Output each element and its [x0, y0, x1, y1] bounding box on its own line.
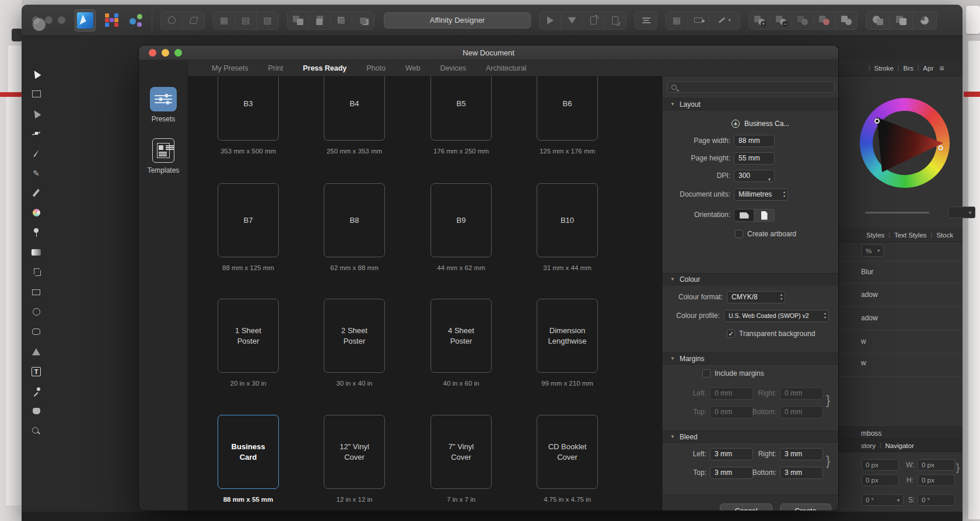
rounded-rectangle-tool[interactable] — [29, 326, 44, 338]
fx-item-inner-shadow[interactable]: adow — [861, 314, 878, 322]
tab-web[interactable]: Web — [396, 60, 430, 76]
rotate-ccw-button[interactable] — [583, 12, 604, 29]
transform-rotation-field[interactable]: 0 ° ▾ — [862, 494, 904, 506]
tab-text-styles[interactable]: Text Styles — [894, 232, 927, 239]
tab-navigator[interactable]: Navigator — [886, 442, 914, 449]
boolean-add-button[interactable]: + — [749, 12, 771, 29]
geometry-overlap-button[interactable] — [890, 12, 913, 29]
colour-slider[interactable] — [865, 212, 929, 214]
margin-right-input[interactable]: 0 mm — [780, 387, 823, 400]
transform-w-field[interactable]: 0 px — [918, 459, 955, 471]
emboss-label[interactable]: mboss — [861, 429, 881, 438]
preset-card-dimension-lengthwise[interactable]: Dimension Lengthwise99 mm x 210 mm — [537, 299, 598, 387]
export-persona-button[interactable] — [127, 12, 145, 29]
preset-card-b7[interactable]: B788 mm x 125 mm — [218, 183, 279, 271]
tab-history[interactable]: story — [861, 442, 876, 449]
boolean-divide-button[interactable] — [814, 12, 835, 29]
ellipse-tool[interactable] — [29, 306, 44, 318]
margin-bottom-input[interactable]: 0 mm — [780, 406, 823, 418]
pixel-persona-button[interactable] — [103, 12, 120, 29]
pen-tool[interactable] — [29, 147, 44, 159]
link-wh-icon[interactable]: } — [956, 461, 960, 474]
zoom-tool[interactable] — [29, 425, 44, 437]
preset-card-7in-vinyl-cover[interactable]: 7" Vinyl Cover7 in x 7 in — [430, 415, 492, 503]
saturation-selector-dot[interactable] — [938, 145, 943, 151]
fill-tool[interactable] — [29, 226, 44, 239]
create-artboard-checkbox[interactable] — [735, 230, 743, 238]
text-tool[interactable]: T — [29, 365, 44, 377]
sidebar-item-presets[interactable]: Presets — [139, 87, 188, 123]
colour-profile-stepper[interactable]: U.S. Web Coated (SWOP) v2 ▴▾ — [724, 310, 829, 322]
panel-menu-icon[interactable]: ≡ — [939, 64, 944, 73]
rotation-lock-button[interactable] — [161, 12, 183, 29]
artboard-tool[interactable] — [29, 88, 44, 100]
preset-card-b6[interactable]: B6125 mm x 176 mm — [537, 76, 598, 155]
preset-card-b10[interactable]: B1031 mm x 44 mm — [537, 183, 598, 271]
arrange-front-button[interactable] — [288, 12, 309, 29]
preset-card-4-sheet-poster[interactable]: 4 Sheet Poster40 in x 60 in — [430, 299, 492, 387]
page-width-input[interactable]: 88 mm — [734, 135, 775, 147]
margins-section-header[interactable]: ▼ Margins — [663, 352, 838, 365]
dialog-zoom-icon[interactable] — [174, 49, 182, 57]
fx-item-blur[interactable]: Blur — [861, 268, 873, 276]
fx-item-inner-glow[interactable]: w — [861, 359, 866, 367]
triangle-tool[interactable] — [29, 345, 44, 358]
node-tool[interactable] — [29, 127, 44, 139]
grid-button[interactable]: ▤ — [235, 12, 257, 29]
preset-card-2-sheet-poster[interactable]: 2 Sheet Poster30 in x 40 in — [324, 299, 385, 387]
boolean-intersect-button[interactable] — [792, 12, 814, 29]
move-tool[interactable] — [29, 68, 44, 80]
save-preset-row[interactable]: + Business Ca... — [732, 117, 789, 130]
tab-brushes[interactable]: Brs — [903, 65, 913, 72]
bleed-section-header[interactable]: ▼ Bleed — [663, 431, 838, 443]
opacity-percent-dropdown[interactable]: % ▾ — [862, 244, 884, 257]
preset-card-b9[interactable]: B944 mm x 62 mm — [430, 183, 492, 271]
pencil-tool[interactable]: ✎ — [29, 167, 44, 179]
colour-format-stepper[interactable]: CMYK/8 ▴▾ — [727, 291, 785, 303]
grid-plane-button[interactable]: ▧ — [257, 12, 278, 29]
link-margins-icon[interactable]: } — [826, 393, 830, 408]
orientation-landscape-button[interactable] — [734, 209, 754, 222]
include-margins-checkbox[interactable] — [702, 369, 710, 377]
brush-tool[interactable] — [29, 187, 44, 199]
shear-button[interactable] — [183, 12, 204, 29]
orientation-portrait-button[interactable] — [754, 209, 775, 222]
transparent-background-checkbox[interactable]: ✓ — [727, 330, 735, 338]
tab-press-ready[interactable]: Press Ready — [293, 60, 356, 76]
tab-architectural[interactable]: Architectural — [476, 60, 536, 76]
tab-devices[interactable]: Devices — [430, 60, 475, 76]
crop-tool[interactable] — [29, 266, 44, 278]
dot-grid-button[interactable]: ▦ — [214, 12, 235, 29]
hand-tool[interactable] — [29, 405, 44, 417]
document-units-stepper[interactable]: Millimetres ▴▾ — [734, 188, 788, 201]
fx-item-outer-glow[interactable]: w — [861, 337, 866, 345]
boolean-subtract-button[interactable]: − — [771, 12, 792, 29]
tab-styles[interactable]: Styles — [866, 232, 884, 239]
geometry-merge-button[interactable] — [866, 12, 890, 29]
preset-card-1-sheet-poster[interactable]: 1 Sheet Poster20 in x 30 in — [218, 299, 279, 387]
arrange-forward-button[interactable] — [309, 12, 331, 29]
preset-card-cd-booklet-cover[interactable]: CD Booklet Cover4.75 in x 4.75 in — [537, 415, 598, 503]
bleed-bottom-input[interactable]: 3 mm — [780, 467, 823, 479]
dialog-close-icon[interactable] — [149, 49, 156, 57]
hue-selector-dot[interactable] — [874, 118, 880, 124]
page-height-input[interactable]: 55 mm — [734, 152, 775, 165]
arrange-back-button[interactable] — [352, 12, 374, 29]
pen-options-button[interactable]: ▾ — [709, 12, 740, 29]
minimize-window-icon[interactable] — [45, 16, 52, 24]
tab-appearance[interactable]: Apr — [923, 65, 933, 72]
preset-search-field[interactable] — [667, 81, 835, 93]
zoom-window-icon[interactable] — [58, 16, 65, 24]
transform-x-field[interactable]: 0 px — [862, 459, 899, 471]
colour-picker-tool[interactable] — [29, 385, 44, 397]
preset-card-b8[interactable]: B862 mm x 88 mm — [324, 183, 385, 271]
geometry-pie-button[interactable] — [913, 12, 936, 29]
colour-option-dropdown[interactable]: ▾ — [948, 207, 975, 218]
move-to-button[interactable] — [688, 12, 709, 29]
sidebar-item-templates[interactable]: Templates — [139, 138, 188, 174]
colour-section-header[interactable]: ▼ Colour — [663, 273, 838, 285]
tab-print[interactable]: Print — [258, 60, 293, 76]
arrange-backward-button[interactable] — [331, 12, 352, 29]
gradient-tool[interactable] — [29, 246, 44, 258]
tab-my-presets[interactable]: My Presets — [202, 60, 258, 76]
